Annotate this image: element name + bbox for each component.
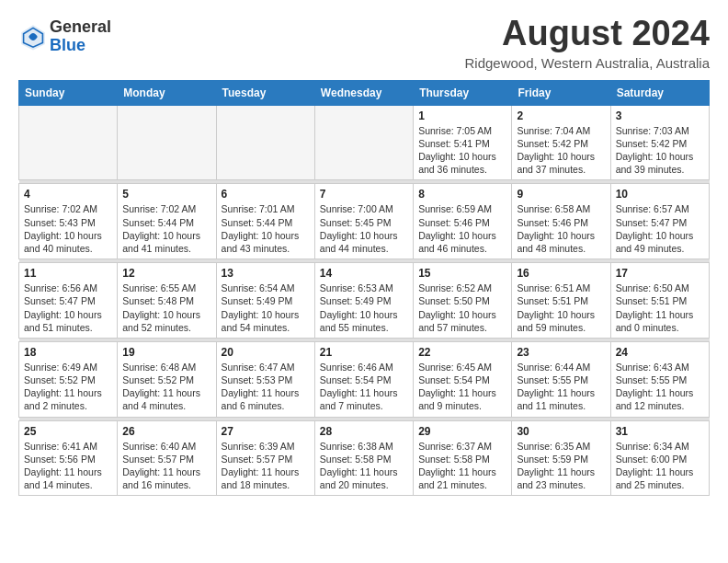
page-header: General Blue August 2024 Ridgewood, West… <box>18 15 710 71</box>
day-number: 5 <box>122 188 210 201</box>
calendar-table: SundayMondayTuesdayWednesdayThursdayFrid… <box>18 80 710 496</box>
day-info: Sunrise: 6:40 AM Sunset: 5:57 PM Dayligh… <box>122 440 210 492</box>
day-number: 31 <box>616 425 704 438</box>
calendar-cell: 5Sunrise: 7:02 AM Sunset: 5:44 PM Daylig… <box>118 184 216 259</box>
calendar-cell: 22Sunrise: 6:45 AM Sunset: 5:54 PM Dayli… <box>414 341 512 417</box>
day-info: Sunrise: 6:46 AM Sunset: 5:54 PM Dayligh… <box>320 361 408 413</box>
day-number: 14 <box>320 267 408 280</box>
calendar-cell: 7Sunrise: 7:00 AM Sunset: 5:45 PM Daylig… <box>314 184 413 259</box>
day-number: 13 <box>222 267 310 280</box>
weekday-header-tuesday: Tuesday <box>216 80 314 105</box>
day-info: Sunrise: 7:02 AM Sunset: 5:43 PM Dayligh… <box>24 202 112 255</box>
calendar-cell: 29Sunrise: 6:37 AM Sunset: 5:58 PM Dayli… <box>414 420 512 496</box>
calendar-cell <box>216 105 314 180</box>
day-number: 9 <box>517 188 605 201</box>
day-info: Sunrise: 6:43 AM Sunset: 5:55 PM Dayligh… <box>616 361 704 413</box>
day-number: 6 <box>222 188 310 201</box>
calendar-cell: 17Sunrise: 6:50 AM Sunset: 5:51 PM Dayli… <box>610 263 709 339</box>
week-row-1: 1Sunrise: 7:05 AM Sunset: 5:41 PM Daylig… <box>19 105 710 180</box>
day-info: Sunrise: 6:56 AM Sunset: 5:47 PM Dayligh… <box>24 282 112 334</box>
day-info: Sunrise: 6:49 AM Sunset: 5:52 PM Dayligh… <box>24 361 112 413</box>
calendar-cell: 9Sunrise: 6:58 AM Sunset: 5:46 PM Daylig… <box>512 184 610 259</box>
calendar-cell: 2Sunrise: 7:04 AM Sunset: 5:42 PM Daylig… <box>512 105 610 180</box>
weekday-header-wednesday: Wednesday <box>314 80 413 105</box>
week-row-4: 18Sunrise: 6:49 AM Sunset: 5:52 PM Dayli… <box>19 341 710 417</box>
calendar-cell: 11Sunrise: 6:56 AM Sunset: 5:47 PM Dayli… <box>19 263 118 339</box>
calendar-cell: 18Sunrise: 6:49 AM Sunset: 5:52 PM Dayli… <box>19 341 118 417</box>
day-number: 4 <box>24 188 112 201</box>
calendar-cell <box>118 105 216 180</box>
day-number: 17 <box>616 267 704 280</box>
calendar-cell: 3Sunrise: 7:03 AM Sunset: 5:42 PM Daylig… <box>610 105 709 180</box>
day-info: Sunrise: 7:05 AM Sunset: 5:41 PM Dayligh… <box>418 124 506 177</box>
day-number: 30 <box>517 425 605 438</box>
calendar-cell: 1Sunrise: 7:05 AM Sunset: 5:41 PM Daylig… <box>414 105 512 180</box>
day-info: Sunrise: 6:59 AM Sunset: 5:46 PM Dayligh… <box>418 202 506 255</box>
day-number: 25 <box>24 425 112 438</box>
calendar-cell: 10Sunrise: 6:57 AM Sunset: 5:47 PM Dayli… <box>610 184 709 259</box>
calendar-cell: 27Sunrise: 6:39 AM Sunset: 5:57 PM Dayli… <box>216 420 314 496</box>
calendar-cell: 16Sunrise: 6:51 AM Sunset: 5:51 PM Dayli… <box>512 263 610 339</box>
day-info: Sunrise: 7:02 AM Sunset: 5:44 PM Dayligh… <box>122 202 210 255</box>
calendar-cell: 26Sunrise: 6:40 AM Sunset: 5:57 PM Dayli… <box>118 420 216 496</box>
day-info: Sunrise: 6:47 AM Sunset: 5:53 PM Dayligh… <box>222 361 310 413</box>
day-info: Sunrise: 6:38 AM Sunset: 5:58 PM Dayligh… <box>320 440 408 492</box>
calendar-cell: 14Sunrise: 6:53 AM Sunset: 5:49 PM Dayli… <box>314 263 413 339</box>
week-row-5: 25Sunrise: 6:41 AM Sunset: 5:56 PM Dayli… <box>19 420 710 496</box>
title-area: August 2024 Ridgewood, Western Australia… <box>464 15 710 71</box>
day-info: Sunrise: 7:04 AM Sunset: 5:42 PM Dayligh… <box>517 124 605 177</box>
calendar-cell: 28Sunrise: 6:38 AM Sunset: 5:58 PM Dayli… <box>314 420 413 496</box>
calendar-cell: 6Sunrise: 7:01 AM Sunset: 5:44 PM Daylig… <box>216 184 314 259</box>
day-info: Sunrise: 7:03 AM Sunset: 5:42 PM Dayligh… <box>616 124 704 177</box>
day-info: Sunrise: 6:57 AM Sunset: 5:47 PM Dayligh… <box>616 202 704 255</box>
calendar-cell: 24Sunrise: 6:43 AM Sunset: 5:55 PM Dayli… <box>610 341 709 417</box>
weekday-header-monday: Monday <box>118 80 216 105</box>
calendar-cell: 23Sunrise: 6:44 AM Sunset: 5:55 PM Dayli… <box>512 341 610 417</box>
calendar-cell: 21Sunrise: 6:46 AM Sunset: 5:54 PM Dayli… <box>314 341 413 417</box>
day-number: 8 <box>418 188 506 201</box>
day-info: Sunrise: 6:52 AM Sunset: 5:50 PM Dayligh… <box>418 282 506 334</box>
day-number: 16 <box>517 267 605 280</box>
weekday-header-friday: Friday <box>512 80 610 105</box>
day-info: Sunrise: 6:51 AM Sunset: 5:51 PM Dayligh… <box>517 282 605 334</box>
day-info: Sunrise: 7:01 AM Sunset: 5:44 PM Dayligh… <box>222 202 310 255</box>
calendar-cell: 19Sunrise: 6:48 AM Sunset: 5:52 PM Dayli… <box>118 341 216 417</box>
day-info: Sunrise: 6:39 AM Sunset: 5:57 PM Dayligh… <box>222 440 310 492</box>
day-number: 29 <box>418 425 506 438</box>
weekday-header-sunday: Sunday <box>19 80 118 105</box>
day-number: 7 <box>320 188 408 201</box>
day-info: Sunrise: 7:00 AM Sunset: 5:45 PM Dayligh… <box>320 202 408 255</box>
day-number: 27 <box>222 425 310 438</box>
day-number: 15 <box>418 267 506 280</box>
day-info: Sunrise: 6:45 AM Sunset: 5:54 PM Dayligh… <box>418 361 506 413</box>
day-number: 24 <box>616 346 704 359</box>
calendar-cell: 25Sunrise: 6:41 AM Sunset: 5:56 PM Dayli… <box>19 420 118 496</box>
day-info: Sunrise: 6:48 AM Sunset: 5:52 PM Dayligh… <box>122 361 210 413</box>
day-info: Sunrise: 6:50 AM Sunset: 5:51 PM Dayligh… <box>616 282 704 334</box>
day-number: 22 <box>418 346 506 359</box>
day-number: 18 <box>24 346 112 359</box>
day-info: Sunrise: 6:53 AM Sunset: 5:49 PM Dayligh… <box>320 282 408 334</box>
calendar-cell: 12Sunrise: 6:55 AM Sunset: 5:48 PM Dayli… <box>118 263 216 339</box>
day-number: 11 <box>24 267 112 280</box>
day-info: Sunrise: 6:44 AM Sunset: 5:55 PM Dayligh… <box>517 361 605 413</box>
day-number: 28 <box>320 425 408 438</box>
day-number: 21 <box>320 346 408 359</box>
day-number: 12 <box>122 267 210 280</box>
calendar-cell: 30Sunrise: 6:35 AM Sunset: 5:59 PM Dayli… <box>512 420 610 496</box>
location: Ridgewood, Western Australia, Australia <box>464 55 710 71</box>
logo-icon <box>18 22 48 52</box>
calendar-cell <box>314 105 413 180</box>
day-info: Sunrise: 6:54 AM Sunset: 5:49 PM Dayligh… <box>222 282 310 334</box>
month-title: August 2024 <box>464 15 710 53</box>
day-number: 2 <box>517 109 605 122</box>
day-number: 20 <box>222 346 310 359</box>
day-number: 19 <box>122 346 210 359</box>
weekday-header-saturday: Saturday <box>610 80 709 105</box>
day-info: Sunrise: 6:34 AM Sunset: 6:00 PM Dayligh… <box>616 440 704 492</box>
calendar-cell: 13Sunrise: 6:54 AM Sunset: 5:49 PM Dayli… <box>216 263 314 339</box>
day-info: Sunrise: 6:41 AM Sunset: 5:56 PM Dayligh… <box>24 440 112 492</box>
logo: General Blue <box>18 18 111 55</box>
day-number: 3 <box>616 109 704 122</box>
day-info: Sunrise: 6:55 AM Sunset: 5:48 PM Dayligh… <box>122 282 210 334</box>
